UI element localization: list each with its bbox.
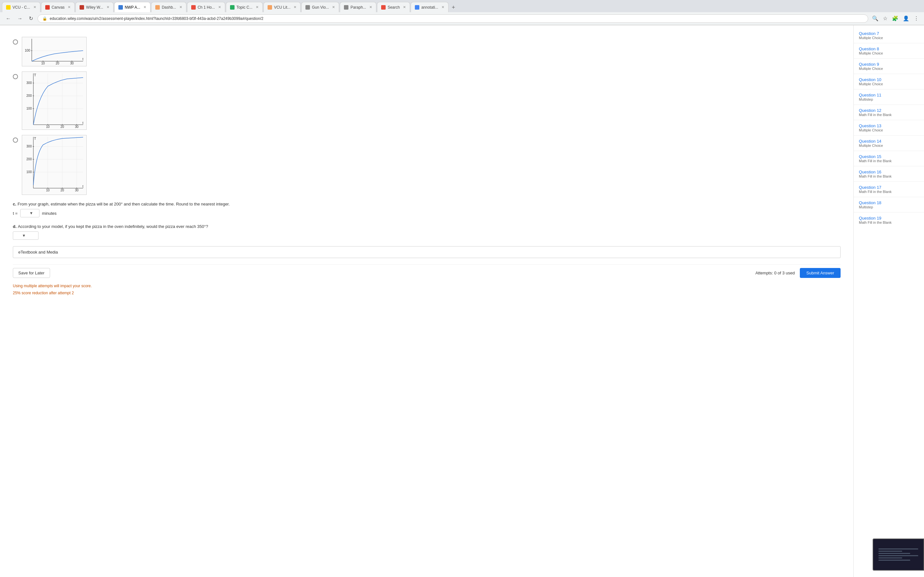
tab-close-topicc[interactable]: ✕ <box>256 5 258 9</box>
svg-text:10: 10 <box>41 61 45 65</box>
part-c-text: From your graph, estimate when the pizza… <box>18 201 230 206</box>
sidebar-item-q18[interactable]: Question 18 Multistep <box>854 198 924 211</box>
sidebar-item-q11[interactable]: Question 11 Multistep <box>854 90 924 104</box>
tab-dashb[interactable]: Dashb... ✕ <box>151 2 186 12</box>
submit-answer-button[interactable]: Submit Answer <box>800 268 841 278</box>
radio-graph1[interactable] <box>13 39 18 45</box>
minutes-label: minutes <box>42 211 57 216</box>
sidebar-item-q13[interactable]: Question 13 Multiple Choice <box>854 121 924 135</box>
tab-wiley[interactable]: Wiley W... ✕ <box>75 2 113 12</box>
yes-no-dropdown[interactable]: ▼ <box>13 231 39 240</box>
tab-close-ch1ho[interactable]: ✕ <box>218 5 221 9</box>
svg-text:100: 100 <box>26 170 32 174</box>
tab-vculib[interactable]: VCU Lit... ✕ <box>263 2 300 12</box>
svg-text:T: T <box>34 73 36 77</box>
svg-text:100: 100 <box>26 107 32 110</box>
extension-button[interactable]: 🧩 <box>891 14 900 23</box>
graph-option-1: 10 20 30 100 t <box>13 37 841 66</box>
tab-favicon-gunvio <box>305 5 310 10</box>
tab-close-paraph[interactable]: ✕ <box>369 5 372 9</box>
svg-text:t: t <box>82 57 83 61</box>
thumbnail-line-1 <box>879 548 919 550</box>
svg-text:t: t <box>82 185 83 188</box>
sidebar-divider-15 <box>854 166 924 166</box>
tab-close-annot[interactable]: ✕ <box>441 5 444 9</box>
tab-close-canvas[interactable]: ✕ <box>68 5 71 9</box>
tab-close-vculib[interactable]: ✕ <box>294 5 296 9</box>
main-container: 10 20 30 100 t <box>0 25 924 577</box>
tab-close-vcu[interactable]: ✕ <box>33 5 36 9</box>
tab-favicon-ch1ho <box>191 5 196 10</box>
profile-button[interactable]: 👤 <box>901 14 911 23</box>
sidebar-q17-subtitle: Math Fill in the Blank <box>859 190 919 193</box>
sidebar-q14-subtitle: Multiple Choice <box>859 143 919 147</box>
sidebar-item-q12[interactable]: Question 12 Math Fill in the Blank <box>854 105 924 119</box>
tab-close-dashb[interactable]: ✕ <box>179 5 182 9</box>
sidebar-item-q8[interactable]: Question 8 Multiple Choice <box>854 44 924 58</box>
tab-close-search[interactable]: ✕ <box>403 5 406 9</box>
sidebar-item-q16[interactable]: Question 16 Math Fill in the Blank <box>854 167 924 181</box>
warning-line-1: Using multiple attempts will impact your… <box>13 284 841 288</box>
sidebar-item-q19[interactable]: Question 19 Math Fill in the Blank <box>854 213 924 227</box>
tab-annot[interactable]: annotati... ✕ <box>411 2 449 12</box>
reload-button[interactable]: ↻ <box>27 14 35 23</box>
tab-favicon-paraph <box>344 5 349 10</box>
tab-favicon-vcu <box>6 5 11 10</box>
star-button[interactable]: ☆ <box>882 14 889 23</box>
sidebar-item-q7[interactable]: Question 7 Multiple Choice <box>854 29 924 42</box>
sidebar-q11-title: Question 11 <box>859 93 919 97</box>
tab-label-dashb: Dashb... <box>162 5 176 10</box>
tab-close-gunvio[interactable]: ✕ <box>332 5 335 9</box>
sidebar-item-q14[interactable]: Question 14 Multiple Choice <box>854 136 924 150</box>
bottom-bar: Save for Later Attempts: 0 of 3 used Sub… <box>13 264 841 281</box>
tab-gunvio[interactable]: Gun Vio... ✕ <box>301 2 339 12</box>
sidebar-divider-18 <box>854 212 924 213</box>
browser-chrome: VCU - C... ✕ Canvas ✕ Wiley W... ✕ NWP A… <box>0 0 924 25</box>
part-d-label: d. <box>13 224 17 229</box>
part-c: c. From your graph, estimate when the pi… <box>13 201 841 218</box>
tab-nwp[interactable]: NWP A... ✕ <box>114 2 150 12</box>
back-button[interactable]: ← <box>4 15 13 23</box>
nav-icons: 🔍 ☆ 🧩 👤 ⋮ <box>871 14 920 23</box>
tab-favicon-annot <box>415 5 419 10</box>
graph-option-2: 100 200 300 T 10 20 30 t <box>13 71 841 130</box>
svg-text:20: 20 <box>60 125 64 129</box>
t-value-dropdown[interactable]: ▼ <box>20 209 39 218</box>
sidebar-item-q9[interactable]: Question 9 Multiple Choice <box>854 59 924 73</box>
sidebar-q7-subtitle: Multiple Choice <box>859 36 919 40</box>
tab-label-search: Search <box>388 5 400 10</box>
sidebar-item-q10[interactable]: Question 10 Multiple Choice <box>854 75 924 89</box>
new-tab-button[interactable]: + <box>449 3 458 12</box>
tab-ch1ho[interactable]: Ch 1 Ho... ✕ <box>187 2 225 12</box>
menu-button[interactable]: ⋮ <box>913 14 920 23</box>
tab-canvas[interactable]: Canvas ✕ <box>41 2 75 12</box>
address-bar[interactable]: 🔒 education.wiley.com/was/ui/v2/assessme… <box>37 15 868 23</box>
graph-svg-2: 100 200 300 T 10 20 30 t <box>22 72 86 129</box>
save-later-button[interactable]: Save for Later <box>13 268 50 278</box>
sidebar-q19-subtitle: Math Fill in the Blank <box>859 221 919 224</box>
radio-graph2[interactable] <box>13 74 18 79</box>
part-d: d. According to your model, if you kept … <box>13 224 841 240</box>
svg-text:300: 300 <box>26 81 32 85</box>
tab-paraph[interactable]: Paraph... ✕ <box>340 2 376 12</box>
zoom-button[interactable]: 🔍 <box>871 14 880 23</box>
tab-vcu[interactable]: VCU - C... ✕ <box>2 2 40 12</box>
tab-topicc[interactable]: Topic C... ✕ <box>226 2 263 12</box>
sidebar-q12-title: Question 12 <box>859 108 919 113</box>
t-value-text <box>23 211 28 216</box>
tab-close-wiley[interactable]: ✕ <box>107 5 110 9</box>
sidebar-divider-9 <box>854 74 924 74</box>
sidebar-q8-title: Question 8 <box>859 47 919 51</box>
tab-search[interactable]: Search ✕ <box>377 2 410 12</box>
graph-3: 100 200 300 T 10 20 30 t <box>22 135 87 195</box>
tab-close-nwp[interactable]: ✕ <box>144 5 146 9</box>
tab-favicon-dashb <box>155 5 160 10</box>
forward-button[interactable]: → <box>15 15 24 23</box>
radio-graph3[interactable] <box>13 137 18 143</box>
sidebar-item-q15[interactable]: Question 15 Math Fill in the Blank <box>854 152 924 165</box>
sidebar-q19-title: Question 19 <box>859 216 919 221</box>
sidebar-item-q17[interactable]: Question 17 Math Fill in the Blank <box>854 182 924 196</box>
graph-option-3: 100 200 300 T 10 20 30 t <box>13 135 841 195</box>
warning-section: Using multiple attempts will impact your… <box>13 284 841 295</box>
sidebar-q18-subtitle: Multistep <box>859 205 919 209</box>
